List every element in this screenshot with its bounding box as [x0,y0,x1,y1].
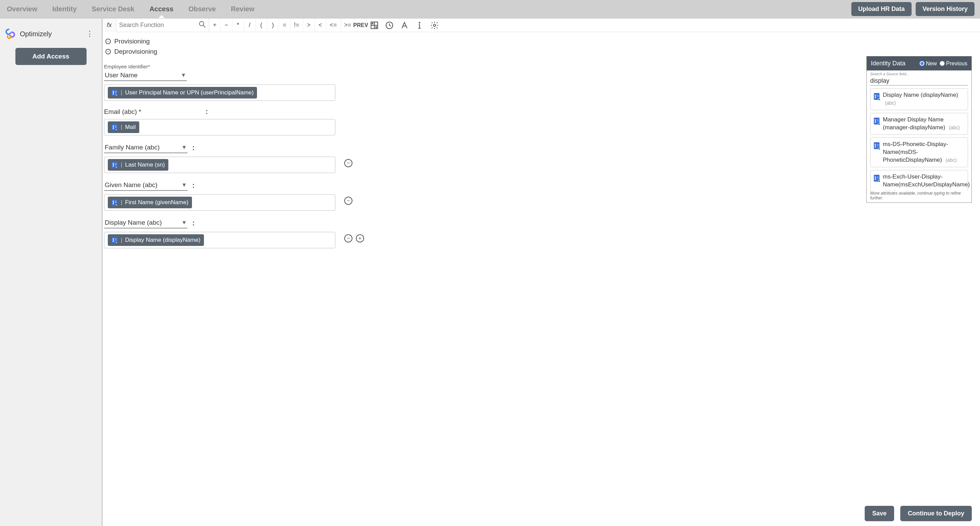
field-icon [873,174,880,183]
topnav-tab-service-desk[interactable]: Service Desk [90,0,136,18]
field-icon [111,199,118,206]
settings-gear-icon[interactable] [427,19,442,32]
mapping-value-row: |Last Name (sn) [104,153,980,173]
version-history-button[interactable]: Version History [916,2,975,16]
identity-result-text: ms-Exch-User-Display-Name(msExchUserDisp… [883,173,970,191]
operator-button[interactable]: ) [267,19,279,32]
app-row[interactable]: Optimizely ⋮ [0,25,102,43]
clock-icon[interactable] [382,19,397,32]
remove-mapping-button[interactable] [344,159,352,167]
radio-previous-input[interactable] [940,61,945,66]
identity-result-item[interactable]: ms-DS-Phonetic-Display-Name(msDS-Phoneti… [870,137,968,167]
colon-separator: : [192,181,195,189]
attribute-select-value: Given Name (abc) [105,181,158,189]
row-actions [344,234,364,243]
search-function-input[interactable] [119,22,199,29]
identity-more-hint: More attributes available, continue typi… [867,191,972,202]
topnav-tab-access[interactable]: Access [148,0,175,18]
attribute-select[interactable]: Display Name (abc)▼ [104,218,188,229]
mapping-value-row: |First Name (givenName) [104,191,980,211]
font-icon[interactable] [397,19,412,32]
operator-button[interactable]: / [244,19,256,32]
field-chip[interactable]: |Display Name (displayName) [108,234,204,246]
grid-icon[interactable] [367,19,382,32]
operator-button[interactable]: * [232,19,244,32]
search-function-wrap [116,19,209,32]
provisioning-section-toggle[interactable]: − Provisioning [104,36,980,46]
chip-label: First Name (givenName) [125,199,188,206]
employee-identifier-label: Employee Identifier* [104,64,980,70]
operator-button[interactable]: != [291,19,303,32]
operator-button[interactable]: = [279,19,291,32]
info-icon[interactable] [412,19,427,32]
chevron-down-icon: ▼ [181,182,187,188]
save-button[interactable]: Save [865,506,894,521]
mapping-value-box[interactable]: |Display Name (displayName) [104,232,335,248]
operator-button[interactable]: <= [326,19,341,32]
identity-result-item[interactable]: Manager Display Name (manager-displayNam… [870,113,968,135]
employee-identifier-select[interactable]: User Name ▼ [104,70,187,81]
field-chip[interactable]: |User Principal Name or UPN (userPrincip… [108,87,257,99]
operator-prev[interactable]: PREV [355,19,367,32]
chip-label: Mail [125,124,135,131]
row-actions [344,197,352,205]
bottom-action-bar: Save Continue to Deploy [865,506,972,521]
form-scroll[interactable]: − Provisioning − Deprovisioning Employee… [103,32,980,526]
mapping-value-box[interactable]: |First Name (givenName) [104,194,335,211]
mapping-value-row: |Display Name (displayName) [104,229,980,248]
attribute-select-value: Display Name (abc) [105,219,162,226]
mapping-value-box[interactable]: |Mail [104,119,335,135]
mapping-value-box[interactable]: |Last Name (sn) [104,157,335,173]
topnav-tab-observe[interactable]: Observe [187,0,217,18]
center-panel: fx +−*/()=!=><<=>= PREV [103,19,980,526]
colon-separator: : [192,219,195,227]
upload-hr-data-button[interactable]: Upload HR Data [851,2,912,16]
deprovisioning-section-toggle[interactable]: − Deprovisioning [104,46,980,57]
operator-button[interactable]: > [303,19,315,32]
field-icon [873,117,880,126]
kebab-menu-icon[interactable]: ⋮ [83,28,97,40]
field-chip[interactable]: |First Name (givenName) [108,197,192,208]
identity-result-item[interactable]: ms-Exch-User-Display-Name(msExchUserDisp… [870,170,968,191]
identity-panel-title: Identity Data [871,60,917,67]
radio-new-input[interactable] [920,61,924,66]
radio-previous[interactable]: Previous [940,60,967,67]
identity-search-label: Search a Source field... [867,70,972,76]
identity-panel-header: Identity Data New Previous [867,56,972,70]
attribute-select-value: Family Name (abc) [105,144,159,151]
top-navigation: OverviewIdentityService DeskAccessObserv… [0,0,980,19]
topnav-tab-review[interactable]: Review [230,0,256,18]
identity-search-input[interactable] [870,76,968,86]
remove-mapping-button[interactable] [344,234,352,243]
operator-button[interactable]: + [209,19,221,32]
topnav-tab-identity[interactable]: Identity [51,0,78,18]
operator-button[interactable]: ( [256,19,267,32]
identity-result-item[interactable]: Display Name (displayName) (abc) [870,88,968,110]
left-sidebar: Optimizely ⋮ Add Access [0,19,103,526]
field-chip[interactable]: |Last Name (sn) [108,159,169,171]
continue-to-deploy-button[interactable]: Continue to Deploy [900,506,972,521]
mapping-value-row: |Mail [104,116,980,135]
identity-results-list[interactable]: Display Name (displayName) (abc)Manager … [867,88,972,191]
radio-new[interactable]: New [920,60,937,67]
operator-button[interactable]: < [315,19,326,32]
operator-button[interactable]: >= [341,19,355,32]
field-icon [111,236,118,244]
remove-mapping-button[interactable] [344,197,352,205]
main-layout: Optimizely ⋮ Add Access fx +−*/()=!=><<=… [0,19,980,526]
collapse-minus-icon: − [105,49,111,54]
attribute-select[interactable]: Family Name (abc)▼ [104,142,188,153]
employee-identifier-value: User Name [105,72,138,79]
add-mapping-button[interactable] [356,234,364,243]
search-icon[interactable] [199,21,206,30]
mapping-value-box[interactable]: |User Principal Name or UPN (userPrincip… [104,84,335,101]
attribute-select[interactable]: Given Name (abc)▼ [104,180,188,191]
topnav-tab-overview[interactable]: Overview [5,0,39,18]
operator-button[interactable]: − [221,19,232,32]
chevron-down-icon: ▼ [181,144,187,151]
add-access-button[interactable]: Add Access [15,48,87,65]
field-chip[interactable]: |Mail [108,121,139,133]
fx-label: fx [103,19,116,32]
identity-result-text: Manager Display Name (manager-displayNam… [883,116,965,132]
field-type-tag: (abc) [885,100,896,106]
